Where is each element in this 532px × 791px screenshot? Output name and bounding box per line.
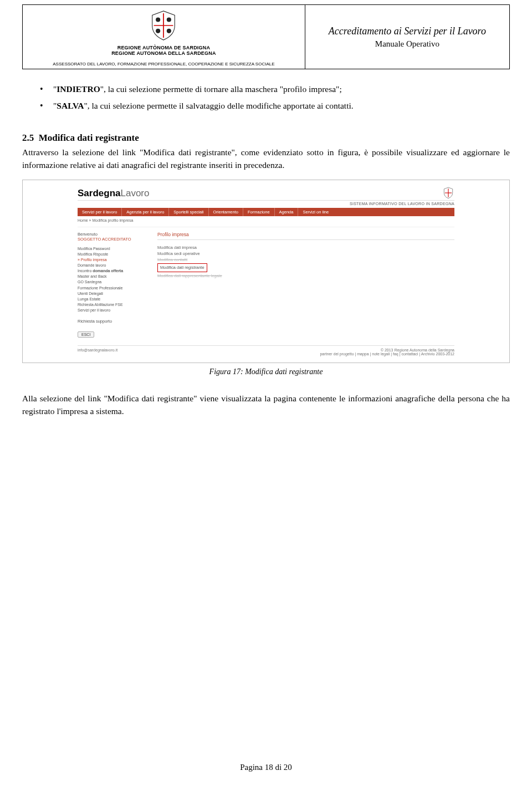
mini-crest-icon [442, 187, 454, 199]
sidebar-item[interactable]: Servizi per il lavoro [78, 308, 149, 313]
app-navbar: Servizi per il lavoro Agenzia per il lav… [78, 208, 454, 216]
menu-link[interactable]: Modifica sedi operative [157, 251, 454, 257]
nav-item[interactable]: Sportelli speciali [169, 208, 208, 216]
menu-link[interactable]: Modifica dati rappresentante legale [157, 273, 454, 279]
section-heading: 2.5 Modifica dati registrante [22, 132, 510, 144]
page-number: Pagina 18 di 20 [0, 763, 532, 772]
exit-button[interactable]: ESCI [78, 331, 94, 338]
figure-caption: Figura 17: Modifica dati registrante [22, 368, 510, 376]
bullet-text: ", la cui selezione permette di tornare … [100, 84, 342, 94]
footer-email[interactable]: info@sardegnalavoro.it [78, 348, 117, 356]
sidebar-item: Incontro domanda offerta [78, 268, 149, 274]
embedded-screenshot: SardegnaLavoro SISTEMA INFORMATIVO DEL L… [22, 180, 510, 364]
main-panel: Profilo impresa Modifica dati impresa Mo… [157, 232, 454, 338]
sidebar: Benvenuto SOGGETTO ACCREDITATO Modifica … [78, 232, 149, 338]
nav-item[interactable]: Servizi per il lavoro [78, 208, 122, 216]
sidebar-welcome: Benvenuto [78, 232, 149, 237]
sidebar-item[interactable]: GO Sardegna [78, 279, 149, 285]
svg-point-2 [156, 18, 160, 22]
app-footer: info@sardegnalavoro.it © 2013 Regione Au… [78, 345, 454, 356]
sidebar-item-active[interactable]: » Profilo impresa [78, 257, 149, 263]
footer-copyright: © 2013 Regione Autonoma della Sardegna [320, 348, 454, 352]
document-subtitle: Manuale Operativo [310, 39, 505, 49]
sidebar-item[interactable]: Utenti Delegati [78, 291, 149, 297]
section-title: Modifica dati registrante [39, 132, 139, 143]
menu-link-highlighted[interactable]: Modifica dati registrante [160, 264, 204, 271]
page-header: REGIONE AUTÒNOMA DE SARDIGNA REGIONE AUT… [22, 4, 510, 69]
region-name-sardinian: REGIONE AUTÒNOMA DE SARDIGNA [25, 45, 303, 50]
svg-point-4 [156, 29, 160, 33]
sidebar-item[interactable]: Formazione Professionale [78, 285, 149, 291]
brand-light: Lavoro [120, 188, 149, 198]
region-name-italian: REGIONE AUTONOMA DELLA SARDEGNA [25, 50, 303, 56]
brand-bold: Sardegna [78, 188, 120, 198]
breadcrumb: Home » Modifica profilo impresa [78, 216, 454, 227]
panel-title: Profilo impresa [157, 232, 454, 240]
svg-point-5 [167, 29, 171, 33]
bullet-list: "INDIETRO", la cui selezione permette di… [22, 83, 510, 113]
menu-link[interactable]: Modifica dati impresa [157, 244, 454, 251]
section-paragraph: Attraverso la selezione del link "Modifi… [22, 146, 510, 172]
bullet-text: ", la cui selezione permette il salvatag… [84, 101, 353, 110]
document-title: Accreditamento ai Servizi per il Lavoro [310, 25, 505, 37]
footer-links[interactable]: partner del progetto | mappa | note lega… [320, 352, 454, 356]
region-crest-icon [147, 9, 180, 42]
sidebar-item[interactable]: Lunga Estate [78, 297, 149, 302]
sidebar-item[interactable]: Richiesta Abilitazione FSE [78, 302, 149, 308]
nav-item[interactable]: Agenzia per il lavoro [122, 208, 169, 216]
sidebar-support[interactable]: Richiesta supporto [78, 319, 149, 324]
sidebar-item[interactable]: Master and Back [78, 274, 149, 279]
svg-point-3 [167, 18, 171, 22]
department-name: ASSESSORATO DEL LAVORO, FORMAZIONE PROFE… [25, 62, 303, 67]
sidebar-item[interactable]: Modifica Password [78, 246, 149, 252]
bullet-salva: "SALVA", la cui selezione permette il sa… [53, 99, 510, 113]
menu-link[interactable]: Modifica contatti [157, 257, 454, 263]
paragraph-2: Alla selezione del link "Modifica dati r… [22, 392, 510, 418]
sidebar-user: SOGGETTO ACCREDITATO [78, 237, 149, 242]
sidebar-item[interactable]: Domande lavoro [78, 263, 149, 268]
nav-item[interactable]: Servizi on line [298, 208, 333, 216]
sidebar-item[interactable]: Modifica Risposte [78, 252, 149, 257]
app-tagline: SISTEMA INFORMATIVO DEL LAVORO IN SARDEG… [78, 200, 454, 206]
bullet-indietro: "INDIETRO", la cui selezione permette di… [53, 83, 510, 96]
salva-label: SALVA [57, 101, 84, 110]
highlighted-link-box: Modifica dati registrante [157, 263, 207, 272]
indietro-label: INDIETRO [57, 84, 100, 94]
nav-item[interactable]: Agenda [275, 208, 299, 216]
app-brand: SardegnaLavoro [78, 188, 149, 199]
section-number: 2.5 [22, 132, 34, 143]
nav-item[interactable]: Formazione [243, 208, 275, 216]
nav-item[interactable]: Orientamento [209, 208, 243, 216]
